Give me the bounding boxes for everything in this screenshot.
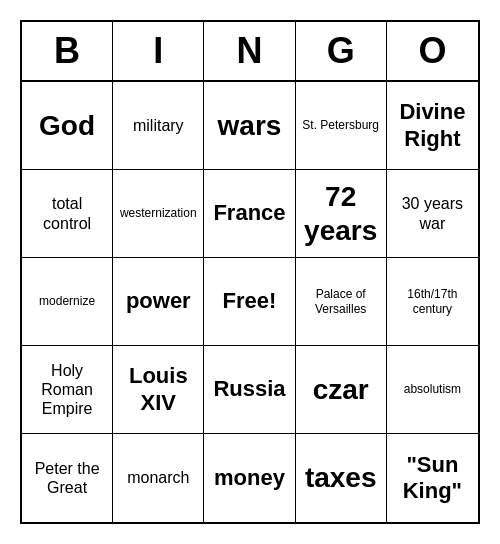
bingo-cell-9: 30 years war (387, 170, 478, 258)
header-letter-b: B (22, 22, 113, 80)
cell-text-7: France (213, 200, 285, 226)
bingo-cell-2: wars (204, 82, 295, 170)
cell-text-19: absolutism (404, 382, 461, 396)
cell-text-11: power (126, 288, 191, 314)
bingo-cell-12: Free! (204, 258, 295, 346)
cell-text-12: Free! (223, 288, 277, 314)
cell-text-18: czar (313, 373, 369, 407)
cell-text-16: Louis XIV (117, 363, 199, 416)
cell-text-4: Divine Right (391, 99, 474, 152)
bingo-cell-19: absolutism (387, 346, 478, 434)
bingo-card: BINGO GodmilitarywarsSt. PetersburgDivin… (20, 20, 480, 524)
bingo-header: BINGO (22, 22, 478, 82)
bingo-cell-20: Peter the Great (22, 434, 113, 522)
cell-text-14: 16th/17th century (391, 287, 474, 316)
cell-text-2: wars (218, 109, 282, 143)
bingo-cell-24: "Sun King" (387, 434, 478, 522)
cell-text-10: modernize (39, 294, 95, 308)
bingo-cell-22: money (204, 434, 295, 522)
bingo-cell-10: modernize (22, 258, 113, 346)
bingo-cell-17: Russia (204, 346, 295, 434)
cell-text-13: Palace of Versailles (300, 287, 382, 316)
bingo-cell-16: Louis XIV (113, 346, 204, 434)
cell-text-0: God (39, 109, 95, 143)
header-letter-g: G (296, 22, 387, 80)
bingo-cell-1: military (113, 82, 204, 170)
cell-text-3: St. Petersburg (302, 118, 379, 132)
header-letter-n: N (204, 22, 295, 80)
cell-text-6: westernization (120, 206, 197, 220)
header-letter-o: O (387, 22, 478, 80)
bingo-cell-15: Holy Roman Empire (22, 346, 113, 434)
bingo-cell-7: France (204, 170, 295, 258)
bingo-cell-21: monarch (113, 434, 204, 522)
bingo-cell-4: Divine Right (387, 82, 478, 170)
cell-text-20: Peter the Great (26, 459, 108, 497)
header-letter-i: I (113, 22, 204, 80)
bingo-cell-3: St. Petersburg (296, 82, 387, 170)
bingo-cell-13: Palace of Versailles (296, 258, 387, 346)
cell-text-23: taxes (305, 461, 377, 495)
bingo-cell-23: taxes (296, 434, 387, 522)
bingo-cell-6: westernization (113, 170, 204, 258)
bingo-cell-11: power (113, 258, 204, 346)
bingo-cell-0: God (22, 82, 113, 170)
bingo-cell-14: 16th/17th century (387, 258, 478, 346)
cell-text-24: "Sun King" (391, 452, 474, 505)
cell-text-1: military (133, 116, 184, 135)
cell-text-9: 30 years war (391, 194, 474, 232)
bingo-cell-5: total control (22, 170, 113, 258)
bingo-cell-18: czar (296, 346, 387, 434)
cell-text-8: 72 years (300, 180, 382, 247)
cell-text-22: money (214, 465, 285, 491)
cell-text-21: monarch (127, 468, 189, 487)
cell-text-17: Russia (213, 376, 285, 402)
bingo-cell-8: 72 years (296, 170, 387, 258)
bingo-grid: GodmilitarywarsSt. PetersburgDivine Righ… (22, 82, 478, 522)
cell-text-5: total control (26, 194, 108, 232)
cell-text-15: Holy Roman Empire (26, 361, 108, 419)
